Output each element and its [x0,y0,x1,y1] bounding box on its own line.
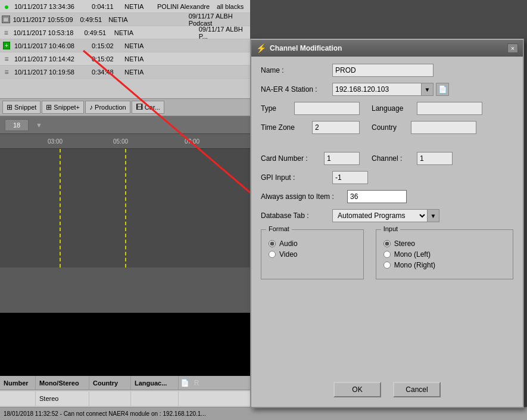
mono-right-radio-row: Mono (Right) [383,261,506,269]
naer-dropdown-btn[interactable]: ▼ [422,83,434,96]
cell-mono-stereo: Stereo [36,391,89,406]
log-channel: NETIA [124,42,157,49]
log-datetime: 10/11/2017 10:14:42 [14,55,92,63]
type-language-row: Type Language [261,102,513,115]
input-section: Input Stereo Mono (Left) Mono (Right) [376,229,513,279]
production-icon: ♪ [89,103,93,111]
log-duration: 0:04:11 [92,3,124,10]
stereo-radio[interactable] [383,240,391,247]
database-tab-label: Database Tab : [261,211,332,220]
language-input[interactable] [417,102,482,115]
toolbar: ⊞ Snippet ⊞ Snippet+ ♪ Production 🎞 Car.… [0,98,250,116]
black-area [0,313,250,384]
timeline-area: 18 ▼ 03:00 05:00 07:00 [0,116,250,384]
always-assign-row: Always assign to Item : [261,190,513,203]
video-label: Video [279,250,297,259]
type-input[interactable] [294,102,360,115]
timezone-label: Time Zone [261,123,308,132]
database-tab-row: Database Tab : Automated Programs ▼ [261,209,513,222]
name-row: Name : [261,64,513,77]
log-duration: 0:49:51 [80,16,108,23]
snippet-button[interactable]: ⊞ Snippet [2,101,40,114]
table-header: Number Mono/Stereo Country Languac... 📄 … [0,376,250,390]
log-channel: NETIA [114,29,144,36]
naer-row: NA-ER 4 Station : ▼ 📄 [261,83,513,96]
name-input[interactable] [332,64,434,77]
production-button[interactable]: ♪ Production [85,101,130,114]
video-radio[interactable] [269,251,276,258]
spacer [261,140,513,152]
always-assign-input[interactable] [347,190,407,203]
timeline-dropdown-arrow[interactable]: ▼ [36,122,42,129]
cancel-button[interactable]: Cancel [393,382,441,397]
log-duration: 0:15:02 [92,42,124,49]
card-channel-row: Card Number : Channel : [261,152,513,165]
cart-button[interactable]: 🎞 Car... [132,101,164,114]
log-row: ≡ 10/11/2017 10:19:58 0:34:48 NETIA [0,66,250,79]
log-desc: all blacks [217,3,244,10]
ruler-mark-1: 03:00 [48,138,63,145]
always-assign-label: Always assign to Item : [261,192,347,201]
log-user: POLINI Alexandre [157,3,217,10]
log-channel: NETIA [124,3,157,10]
card-input[interactable] [324,152,360,165]
snippetplus-button[interactable]: ⊞ Snippet+ [42,101,84,114]
status-icon: ≡ [1,55,12,63]
audio-label: Audio [279,239,298,248]
status-icon: ≡ [1,68,12,76]
database-tab-select[interactable]: Automated Programs [332,209,428,222]
gpi-input[interactable] [332,171,368,184]
ok-button[interactable]: OK [333,382,381,397]
log-row: ≡ 10/11/2017 10:14:42 0:15:02 NETIA [0,52,250,66]
language-label: Language [372,104,413,113]
type-group: Type [261,102,360,115]
database-tab-dropdown-btn[interactable]: ▼ [428,209,439,222]
format-legend: Format [266,225,292,232]
log-row: ● 10/11/2017 13:34:36 0:04:11 NETIA POLI… [0,0,250,13]
mono-left-radio[interactable] [383,251,391,258]
timeline-number[interactable]: 18 [5,119,29,131]
log-channel: NETIA [124,69,157,76]
status-text: 18/01/2018 11:32:52 - Can not connect NA… [4,410,206,417]
mono-left-radio-row: Mono (Left) [383,250,506,259]
production-label: Production [95,104,126,111]
status-icon: ≡ [1,29,11,37]
snippetplus-label: Snippet+ [54,104,80,111]
snippet-label: Snippet [14,104,36,111]
naer-input[interactable] [332,83,422,96]
log-duration: 0:49:51 [84,29,114,36]
timezone-group: Time Zone [261,121,360,134]
dialog-icon: ⚡ [256,43,266,53]
ruler-mark-2: 05:00 [113,138,128,145]
naer-label: NA-ER 4 Station : [261,85,332,94]
cell-number [0,391,36,406]
cell-language [131,391,179,406]
snippetplus-icon: ⊞ [46,103,52,111]
table-settings-icon[interactable]: 📄 [179,379,191,387]
dialog-body: Name : NA-ER 4 Station : ▼ 📄 Type Langua… [251,57,523,287]
stereo-radio-row: Stereo [383,239,506,248]
dialog-title: ⚡ Channel Modification [256,43,342,53]
dialog-close-button[interactable]: × [507,43,518,53]
country-input[interactable] [411,121,476,134]
log-row: ▤ 10/11/2017 10:55:09 0:49:51 NETIA 09/1… [0,13,250,26]
audio-radio[interactable] [269,240,276,247]
channel-input[interactable] [417,152,453,165]
country-label: Country [372,123,407,132]
mono-left-label: Mono (Left) [394,250,431,259]
type-label: Type [261,104,291,113]
log-datetime: 10/11/2017 13:34:36 [14,3,92,10]
channel-modification-dialog: ⚡ Channel Modification × Name : NA-ER 4 … [250,39,524,408]
naer-page-icon[interactable]: 📄 [436,83,449,96]
cart-icon: 🎞 [136,103,143,111]
timezone-country-row: Time Zone Country [261,121,513,134]
cart-label: Car... [145,104,160,111]
video-radio-row: Video [269,250,356,259]
mono-right-radio[interactable] [383,262,391,269]
format-section: Format Audio Video [261,229,364,279]
name-label: Name : [261,66,332,74]
log-channel: NETIA [108,16,137,23]
stereo-label: Stereo [394,239,415,248]
log-datetime: 10/11/2017 10:19:58 [14,69,92,76]
timezone-input[interactable] [312,121,360,134]
